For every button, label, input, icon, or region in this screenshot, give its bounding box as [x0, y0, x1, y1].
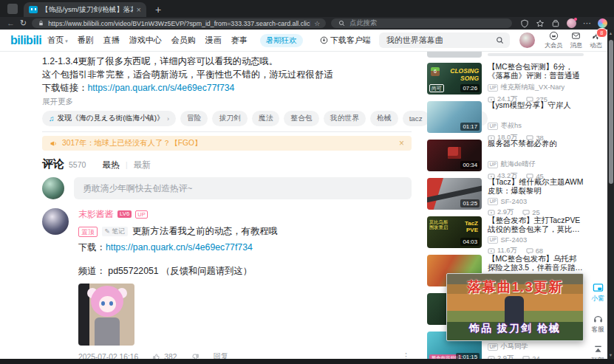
video-card[interactable]: 莫比乌斯围攻重启 TacZPVE 04:03 【整合发布】主打TaczPVE战役…	[427, 216, 584, 249]
site-search-input[interactable]	[385, 35, 493, 46]
play-count-icon	[488, 247, 495, 255]
my-avatar[interactable]	[42, 177, 64, 199]
music-tag[interactable]: ♫ 发现《海の見える街(临海小镇)》 ›	[42, 111, 176, 126]
video-title[interactable]: 服务器不禁都必养的	[488, 140, 584, 157]
video-title[interactable]: 【MC整合包评测】6分，《落幕曲》评测：普普通通	[488, 63, 584, 80]
duration-badge: 00:34	[460, 161, 480, 169]
mini-player[interactable]: 落幕曲1.3更新 饰品 拔刀剑 枪械	[446, 273, 584, 341]
collections-icon[interactable]	[551, 19, 560, 28]
comment-image[interactable]	[78, 284, 134, 346]
copilot-icon[interactable]	[598, 18, 607, 28]
notice-banner[interactable]: 3017年：地球上已经没有人了？【FGO】 ×	[42, 136, 412, 151]
video-author[interactable]: UP枣叔hs	[488, 121, 584, 131]
scroll-down-icon[interactable]: ▼	[607, 353, 614, 357]
nav-shop[interactable]: 会员购	[171, 35, 196, 46]
divider	[42, 131, 412, 132]
video-title[interactable]: 【Tacz】维什戴尔主题AWM皮肤：爆裂黎明	[488, 178, 584, 196]
favorites-star-icon[interactable]	[536, 19, 545, 28]
video-author[interactable]: UPSF-2403	[488, 236, 584, 244]
menu-message[interactable]: 消息	[567, 31, 587, 49]
browser-tab[interactable]: 【饰品/ysm/拔刀剑/枪械】落幕… ×	[24, 2, 146, 17]
duration-badge: 01:25	[460, 199, 480, 207]
nav-game-center[interactable]: 游戏中心	[129, 35, 162, 46]
video-thumbnail[interactable]: 00:34	[427, 140, 482, 171]
nav-home[interactable]: 首页▾	[47, 35, 68, 46]
video-author[interactable]: UP维克斯纳瑞_VX-Nary	[488, 83, 584, 92]
menu-vip[interactable]: 大会员	[541, 31, 567, 49]
tag-pill[interactable]: 我的世界	[324, 111, 366, 126]
bilibili-logo[interactable]: bilibili	[10, 34, 41, 47]
browser-search[interactable]: 点此搜索	[331, 18, 512, 28]
tab-actions-icon[interactable]	[7, 4, 18, 14]
back-icon[interactable]: ←	[7, 19, 15, 27]
browser-profile-avatar[interactable]	[567, 18, 576, 28]
browser-menu-icon[interactable]: ⋯	[583, 19, 591, 27]
duration-badge: 04:03	[460, 238, 480, 246]
video-author[interactable]: UP小马同学	[488, 342, 584, 351]
video-title[interactable]: 【MC整合包发布】乌托邦探险之旅3.5，伴着音乐踏遍未…	[488, 255, 584, 272]
tag-pill[interactable]: 整合包	[284, 111, 318, 126]
video-card[interactable]: 00:34 服务器不禁都必养的 UP航海de晴仔 43.2万 45	[427, 140, 584, 172]
user-avatar[interactable]	[519, 32, 535, 48]
comment-download-link[interactable]: https://pan.quark.cn/s/4e69ec77f734	[106, 242, 253, 253]
url-bar[interactable]: https://www.bilibili.com/video/BV1nW3Wz5…	[32, 18, 326, 28]
expand-more-button[interactable]: 展开更多	[42, 97, 412, 107]
nav-summer-promo[interactable]: 暑期狂欢	[260, 34, 303, 47]
chevron-right-icon: ›	[167, 115, 169, 123]
duration-badge: 07:26	[460, 84, 480, 92]
tag-pill[interactable]: 冒险	[180, 111, 208, 126]
bookmark-star-icon[interactable]: ☆	[314, 20, 320, 27]
browser-chrome: 【饰品/ysm/拔刀剑/枪械】落幕… × + ← ↻ https://www.b…	[0, 0, 614, 30]
comment-input-row	[42, 177, 412, 199]
video-thumbnail[interactable]: 01:25	[427, 178, 482, 210]
sort-new-button[interactable]: 最新	[134, 159, 151, 171]
sort-hot-button[interactable]: 最热	[102, 159, 120, 171]
video-card[interactable]: 01:25 【Tacz】维什戴尔主题AWM皮肤：爆裂黎明 UPSF-2403 2…	[427, 178, 584, 210]
essentials-shield-icon[interactable]	[520, 19, 529, 28]
envelope-icon	[571, 31, 581, 41]
notice-text: 3017年：地球上已经没有人了？【FGO】	[62, 138, 202, 148]
commenter-avatar[interactable]	[42, 208, 69, 235]
play-count-icon	[488, 209, 495, 216]
video-description: 1.2-1.3.4更新了很多东西呢，详细内容可以看我的动态哦。 这个包指引非常完…	[42, 55, 412, 95]
video-title[interactable]: 【整合发布】主打TaczPVE战役的整合包来了，莫比乌斯围…	[488, 216, 584, 234]
site-search[interactable]	[379, 32, 510, 48]
download-link[interactable]: https://pan.quark.cn/s/4e69ec77f734	[87, 83, 234, 93]
search-icon[interactable]	[496, 36, 504, 44]
tag-pill[interactable]: 拔刀剑	[212, 111, 247, 126]
page-scrollbar[interactable]: ▲ ▼	[607, 30, 614, 359]
tab-close-icon[interactable]: ×	[137, 6, 141, 13]
pip-icon	[593, 282, 604, 293]
pinned-comment: 末影酱酱 LV6 UP 置顶 ✎ 笔记 更新方法看我之前的动态，有教程哦 下载：…	[42, 208, 412, 364]
video-author[interactable]: UP航海de晴仔	[488, 159, 584, 169]
tag-pill[interactable]: 枪械	[370, 111, 398, 126]
pip-window-button[interactable]: 小窗	[591, 282, 604, 303]
chevron-down-icon: ▾	[65, 38, 68, 44]
video-card[interactable]: 6 CLOSINGSONG 尚可 07:26 【MC整合包评测】6分，《落幕曲》…	[427, 63, 584, 95]
menu-dynamic[interactable]: 8 动态	[586, 31, 606, 49]
scrollbar-thumb[interactable]	[609, 40, 613, 184]
comment-input[interactable]	[74, 177, 412, 199]
tag-pill[interactable]: tacz	[403, 111, 429, 126]
video-title[interactable]: 【ysm模型分享】守岸人	[488, 101, 584, 119]
nav-esports[interactable]: 赛事	[231, 35, 248, 46]
nav-live[interactable]: 直播	[103, 35, 120, 46]
video-thumbnail[interactable]: 01:17	[427, 101, 482, 133]
video-author[interactable]: UPSF-2403	[488, 198, 584, 205]
tag-pill[interactable]: 魔法	[252, 111, 280, 126]
refresh-icon[interactable]: ↻	[20, 19, 27, 27]
nav-bangumi[interactable]: 番剧	[78, 35, 94, 46]
download-client-link[interactable]: 下载客户端	[320, 35, 371, 46]
video-thumbnail[interactable]: 莫比乌斯围攻重启 TacZPVE 04:03	[427, 216, 482, 248]
new-tab-button[interactable]: +	[155, 5, 161, 14]
commenter-name[interactable]: 末影酱酱	[78, 208, 114, 221]
customer-service-button[interactable]: 客服	[591, 313, 604, 334]
nav-manga[interactable]: 漫画	[205, 35, 222, 46]
main-column: 1.2-1.3.4更新了很多东西呢，详细内容可以看我的动态哦。 这个包指引非常完…	[42, 55, 412, 364]
notice-close-icon[interactable]: ×	[399, 138, 404, 148]
scroll-up-icon[interactable]: ▲	[607, 31, 614, 35]
tab-title: 【饰品/ysm/拔刀剑/枪械】落幕…	[41, 5, 133, 15]
thumb-overlay-text: TacZPVE	[465, 220, 478, 233]
video-thumbnail[interactable]: 6 CLOSINGSONG 尚可 07:26	[427, 63, 482, 95]
video-card[interactable]: 01:17 【ysm模型分享】守岸人 UP枣叔hs 18.0万 38	[427, 101, 584, 134]
